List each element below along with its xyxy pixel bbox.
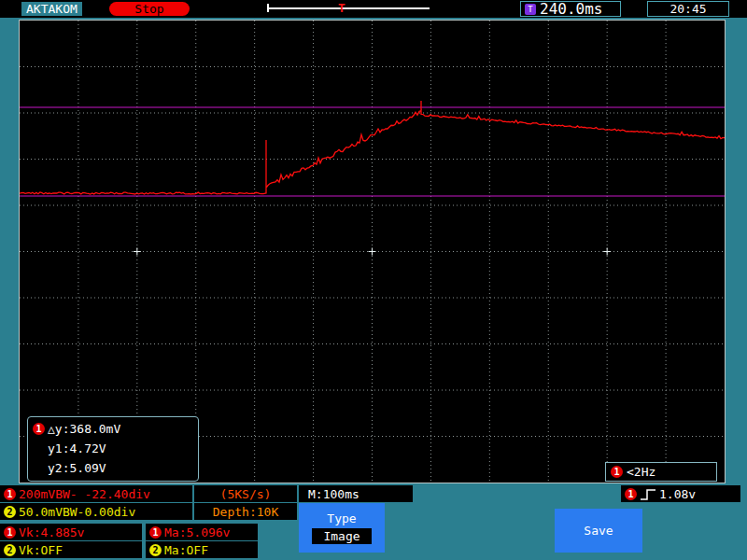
y1-value: y1:4.72V bbox=[48, 441, 106, 455]
save-button[interactable]: Save bbox=[555, 509, 642, 553]
scope-screen: 1 △y:368.0mV y1:4.72V y2:5.09V 1 <2Hz bbox=[19, 20, 726, 483]
ch2-vk-value: Vk:OFF bbox=[19, 543, 63, 557]
type-menu-value: Image bbox=[312, 528, 371, 544]
trigger-position-marker: T bbox=[338, 1, 345, 15]
holdoff-readout: T 240.0ms bbox=[520, 1, 621, 17]
run-state-badge: Stop bbox=[109, 2, 190, 16]
measure-y1-row: y1:4.72V bbox=[33, 439, 193, 458]
rising-edge-icon bbox=[640, 488, 656, 500]
type-menu-button[interactable]: Type Image bbox=[299, 503, 385, 553]
channel1-badge: 1 bbox=[625, 488, 637, 500]
channel2-badge: 2 bbox=[4, 506, 16, 518]
ch1-scale-readout: 1 200mVBW- -22.40div bbox=[0, 485, 192, 502]
ch1-ma-value: Ma:5.096v bbox=[164, 525, 230, 539]
ch1-ma-readout: 1 Ma:5.096v bbox=[146, 524, 258, 540]
channel1-badge: 1 bbox=[4, 488, 16, 500]
frequency-value: <2Hz bbox=[627, 465, 655, 479]
timebase-readout: M:100ms bbox=[299, 485, 413, 502]
ch1-scale-value: 200mVBW- -22.40div bbox=[19, 487, 150, 501]
brand-label: AKTAKOM bbox=[21, 2, 82, 16]
channel1-badge: 1 bbox=[149, 526, 162, 539]
channel1-badge: 1 bbox=[4, 526, 16, 539]
channel1-badge: 1 bbox=[611, 466, 623, 478]
type-menu-label: Type bbox=[327, 511, 356, 525]
holdoff-value: 240.0ms bbox=[540, 0, 602, 18]
ch1-vk-readout: 1 Vk:4.885v bbox=[0, 524, 142, 540]
trigger-level-readout: 1 1.08v bbox=[621, 485, 740, 502]
ch2-scale-value: 50.0mVBW-0.00div bbox=[19, 505, 135, 519]
ch2-ma-readout: 2 Ma:OFF bbox=[146, 541, 258, 558]
top-status-bar: AKTAKOM Stop T T 240.0ms 20:45 bbox=[0, 0, 747, 18]
measure-delta-row: 1 △y:368.0mV bbox=[33, 419, 193, 439]
scope-canvas bbox=[20, 21, 725, 483]
ch2-vk-readout: 2 Vk:OFF bbox=[0, 541, 142, 558]
timebase-value: M:100ms bbox=[308, 487, 359, 501]
memory-depth-readout: Depth:10K bbox=[194, 503, 297, 520]
channel2-badge: 2 bbox=[4, 544, 16, 556]
ch2-ma-value: Ma:OFF bbox=[164, 543, 208, 557]
clock: 20:45 bbox=[647, 1, 729, 17]
channel1-badge: 1 bbox=[33, 423, 45, 435]
ch2-scale-readout: 2 50.0mVBW-0.00div bbox=[0, 503, 192, 520]
channel2-badge: 2 bbox=[149, 544, 162, 556]
trigger-position-tick bbox=[267, 4, 269, 12]
ch1-vk-value: Vk:4.885v bbox=[19, 525, 84, 539]
y2-value: y2:5.09V bbox=[48, 461, 106, 475]
holdoff-icon: T bbox=[525, 4, 536, 15]
cursor-measure-box: 1 △y:368.0mV y1:4.72V y2:5.09V bbox=[27, 416, 199, 482]
trigger-level-value: 1.08v bbox=[659, 487, 696, 501]
memory-depth-value: Depth:10K bbox=[213, 505, 278, 519]
frequency-counter: 1 <2Hz bbox=[605, 462, 717, 482]
sample-rate-readout: (5KS/s) bbox=[194, 485, 297, 502]
trigger-window-indicator bbox=[267, 7, 430, 9]
measure-y2-row: y2:5.09V bbox=[33, 458, 193, 478]
sample-rate-value: (5KS/s) bbox=[220, 487, 272, 501]
delta-y-value: △y:368.0mV bbox=[48, 422, 120, 436]
